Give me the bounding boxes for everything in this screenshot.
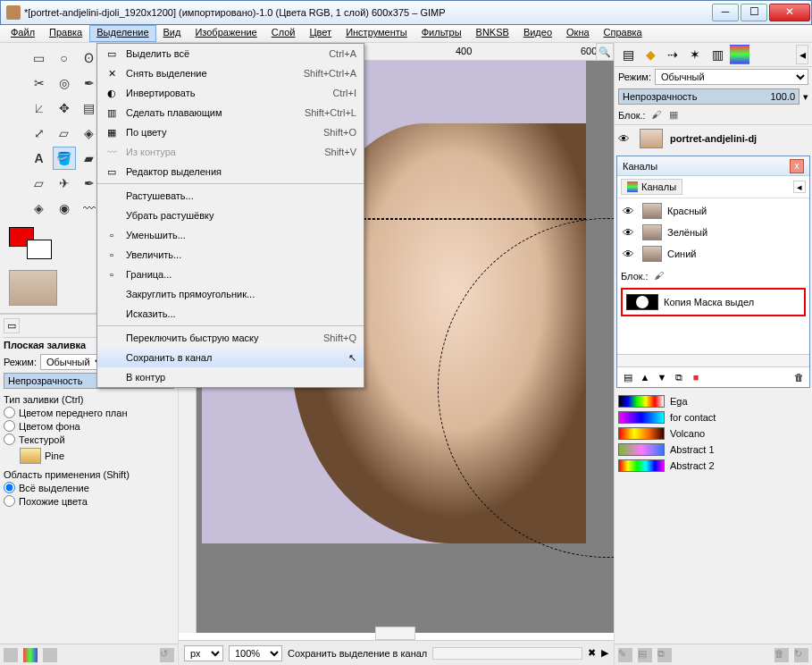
nav-quick-button[interactable]: 🔍: [596, 43, 614, 61]
eye-icon[interactable]: 👁: [623, 226, 637, 240]
menu-invert[interactable]: ◐ИнвертироватьCtrl+I: [97, 83, 364, 103]
area-similar-radio[interactable]: Похожие цвета: [4, 495, 174, 507]
ellipse-select-tool[interactable]: ○: [53, 46, 76, 70]
tab-tool-options[interactable]: ▭: [4, 318, 20, 333]
airbrush-tool[interactable]: ✈: [53, 172, 76, 195]
mask-thumbnail[interactable]: [626, 294, 658, 310]
layers-mode-select[interactable]: Обычный: [655, 69, 808, 85]
menu-select-all[interactable]: ▭Выделить всёCtrl+A: [97, 44, 364, 63]
opacity-spin[interactable]: ▾: [803, 91, 808, 103]
menu-view[interactable]: Вид: [156, 25, 188, 42]
menu-feather[interactable]: Растушевать...: [97, 186, 364, 206]
menu-select[interactable]: Выделение: [89, 25, 155, 42]
channel-red[interactable]: 👁Красный: [621, 200, 806, 222]
move-tool[interactable]: ✥: [53, 97, 76, 120]
rect-select-tool[interactable]: ▭: [28, 46, 51, 70]
maximize-button[interactable]: ☐: [741, 4, 767, 21]
bucket-fill-tool[interactable]: 🪣: [53, 147, 76, 170]
paths-tab-icon[interactable]: ⇢: [663, 45, 682, 64]
histogram-tab-icon[interactable]: ▥: [707, 45, 727, 64]
gradient-item[interactable]: Volcano: [618, 425, 808, 442]
channels-tab-menu[interactable]: ◂: [793, 181, 806, 193]
lower-channel-icon[interactable]: ▼: [655, 370, 669, 384]
delete-icon[interactable]: 🗑: [774, 648, 789, 662]
eye-icon[interactable]: 👁: [623, 205, 637, 218]
lock-alpha-icon[interactable]: ▦: [669, 109, 682, 122]
menu-quick-mask[interactable]: Переключить быструю маскуShift+Q: [97, 328, 364, 348]
fill-fg-radio[interactable]: Цветом переднего план: [4, 407, 174, 418]
menu-layer[interactable]: Слой: [264, 25, 303, 42]
delete-channel-icon[interactable]: 🗑: [791, 370, 806, 384]
menu-file[interactable]: Файл: [4, 25, 42, 42]
dup-icon[interactable]: ⧉: [657, 648, 672, 662]
image-thumbnail[interactable]: [9, 270, 57, 306]
edit-icon[interactable]: ✎: [618, 648, 632, 662]
new-channel-icon[interactable]: ▤: [621, 370, 635, 384]
palette-tab-icon[interactable]: [730, 45, 749, 64]
color-swatches[interactable]: [9, 227, 52, 259]
duplicate-channel-icon[interactable]: ⧉: [672, 370, 686, 384]
measure-tool[interactable]: ⟀: [28, 97, 51, 120]
horizontal-scrollbar[interactable]: [375, 627, 415, 640]
menu-save-to-channel[interactable]: Сохранить в канал↖: [97, 348, 364, 367]
layer-row[interactable]: 👁 portret-andjelini-dj: [615, 125, 812, 152]
gradient-item[interactable]: Ega: [618, 393, 808, 409]
layer-thumbnail[interactable]: [640, 129, 663, 148]
fill-bg-radio[interactable]: Цветом фона: [4, 420, 174, 432]
menu-sharpen[interactable]: Убрать растушёвку: [97, 206, 364, 225]
menu-shrink[interactable]: ▫Уменьшить...: [97, 225, 364, 245]
close-button[interactable]: ✕: [769, 4, 810, 21]
zoom-select[interactable]: 100%: [229, 645, 282, 661]
menu-from-path[interactable]: 〰Из контураShift+V: [97, 142, 364, 162]
channels-close-icon[interactable]: x: [790, 159, 804, 173]
minimize-button[interactable]: ─: [712, 4, 739, 21]
menu-tools[interactable]: Инструменты: [339, 25, 414, 42]
menu-select-none[interactable]: ✕Снять выделениеShift+Ctrl+A: [97, 63, 364, 83]
menu-to-path[interactable]: В контур: [97, 367, 364, 387]
eraser-tool[interactable]: ▱: [28, 172, 51, 195]
channels-scrollbar[interactable]: [617, 354, 809, 366]
gradient-item[interactable]: Abstract 2: [618, 458, 808, 474]
menu-bnksb[interactable]: BNKSB: [469, 25, 516, 42]
eye-icon[interactable]: 👁: [618, 132, 632, 146]
layer-name[interactable]: portret-andjelini-dj: [670, 133, 757, 144]
menu-windows[interactable]: Окна: [559, 25, 597, 42]
gradient-item[interactable]: Abstract 1: [618, 442, 808, 458]
eye-icon[interactable]: 👁: [623, 248, 637, 261]
new-icon[interactable]: ▤: [638, 648, 652, 662]
reset-tool-opts-icon[interactable]: ↺: [160, 648, 174, 662]
channel-green[interactable]: 👁Зелёный: [621, 222, 806, 243]
layers-tab-icon[interactable]: ▤: [618, 45, 638, 64]
to-selection-icon[interactable]: ■: [689, 370, 703, 384]
delete-tool-opts-icon[interactable]: [43, 648, 57, 662]
menu-filters[interactable]: Фильтры: [414, 25, 469, 42]
save-tool-opts-icon[interactable]: [4, 648, 18, 662]
menu-border[interactable]: ▫Граница...: [97, 265, 364, 284]
menu-round-rect[interactable]: Закруглить прямоугольник...: [97, 284, 364, 304]
layers-opacity-slider[interactable]: Непрозрачность100.0: [618, 88, 799, 105]
fill-pattern-radio[interactable]: Текстурой: [4, 434, 174, 445]
area-all-radio[interactable]: Всё выделение: [4, 482, 174, 493]
menu-color[interactable]: Цвет: [302, 25, 339, 42]
menu-help[interactable]: Справка: [597, 25, 649, 42]
restore-tool-opts-icon[interactable]: [23, 648, 38, 662]
menu-grow[interactable]: ▫Увеличить...: [97, 245, 364, 265]
scale-tool[interactable]: ⤢: [28, 122, 51, 145]
bg-color[interactable]: [27, 240, 52, 259]
nav-right-icon[interactable]: ▶: [601, 647, 608, 659]
refresh-icon[interactable]: ↻: [794, 648, 808, 662]
cancel-icon[interactable]: ✖: [588, 647, 596, 659]
perspective-clone-tool[interactable]: ◈: [28, 197, 51, 220]
channel-blue[interactable]: 👁Синий: [621, 243, 806, 265]
pattern-swatch[interactable]: [20, 448, 41, 464]
fg-select-tool[interactable]: ◎: [53, 72, 76, 95]
mask-channel-name[interactable]: Копия Маска выдел: [664, 297, 754, 307]
menu-image[interactable]: Изображение: [188, 25, 264, 42]
channels-tab[interactable]: Каналы: [621, 179, 682, 195]
menubar[interactable]: Файл Правка Выделение Вид Изображение Сл…: [0, 25, 812, 43]
menu-video[interactable]: Видео: [516, 25, 559, 42]
channels-tab-icon[interactable]: ◆: [640, 45, 660, 64]
unit-select[interactable]: px: [184, 645, 223, 661]
menu-edit[interactable]: Правка: [42, 25, 89, 42]
right-tab-menu[interactable]: ◂: [796, 45, 808, 64]
